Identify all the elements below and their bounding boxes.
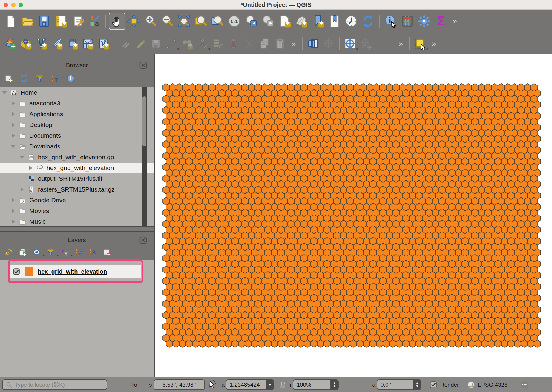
project-save-button[interactable] [36,13,53,30]
new-scratch-layer-button[interactable]: * [49,36,65,52]
chevron-right-icon[interactable] [11,219,16,224]
show-bookmarks-button[interactable] [326,13,343,30]
current-edits-button[interactable] [117,36,133,52]
zoom-to-selection-button[interactable] [192,13,209,30]
new-virtual-layer-button[interactable]: * [80,36,96,52]
layer-panels-button[interactable] [305,36,321,52]
snapping-enabled-button[interactable]: ▾ [342,36,358,52]
zoom-to-layer-button[interactable] [209,13,226,30]
chevron-right-icon[interactable] [11,133,16,138]
project-open-button[interactable] [19,13,36,30]
rotation-spin-buttons[interactable]: ▲▼ [413,380,421,389]
zoom-native-button[interactable]: 1:1 [226,13,243,30]
dropdown-arrow-icon[interactable]: ▾ [57,254,59,258]
panel-splitter[interactable] [0,226,154,232]
new-map-view-button[interactable]: * [276,13,293,30]
chevron-right-icon[interactable] [11,208,16,214]
toolbar-overflow-chevron[interactable]: » [432,40,436,48]
chevron-right-icon[interactable] [11,197,16,203]
refresh-button[interactable] [360,13,376,30]
identify-features-button[interactable]: i [382,13,399,30]
chevron-right-icon[interactable] [28,165,33,171]
tree-item-rasters-srtm15plus-tar-gz[interactable]: rasters_SRTM15Plus.tar.gz [0,184,154,195]
tree-item-google-drive[interactable]: Google Drive [0,195,154,206]
chevron-down-icon[interactable] [20,154,24,160]
new-geopackage-layer-button[interactable]: * [18,36,33,52]
chevron-right-icon[interactable] [11,122,16,128]
locator-search[interactable] [2,379,107,390]
map-canvas[interactable] [155,54,552,377]
scale-dropdown-arrow[interactable]: ▼ [266,380,274,389]
manage-themes-button[interactable]: ▾ [31,247,42,258]
tree-item-hex-grid-with-elevation[interactable]: hex_grid_with_elevation [0,163,154,173]
snapping-disabled-button[interactable] [321,36,336,52]
scrollbar-thumb[interactable] [142,96,146,146]
tree-item-desktop[interactable]: Desktop [0,120,154,130]
layout-manager-button[interactable] [69,13,86,30]
tree-item-applications[interactable]: Applications [0,109,154,120]
collapse-all-button[interactable] [87,247,98,258]
new-3d-map-view-button[interactable]: * [293,13,309,30]
browser-collapse-button[interactable] [50,73,60,84]
new-shapefile-layer-button[interactable]: * [33,36,49,52]
rotation-spinbox[interactable]: 0.0 ° ▲▼ [377,379,421,390]
statistical-summary-button[interactable] [399,13,416,30]
show-statistics-button[interactable]: Σ [433,13,449,30]
browser-scrollbar[interactable] [142,87,147,226]
tree-item-downloads[interactable]: Downloads [0,141,154,152]
tree-item-documents[interactable]: Documents [0,130,154,141]
new-spatialite-layer-button[interactable]: * [96,36,111,52]
coordinate-label[interactable]: To [131,382,137,388]
browser-properties-button[interactable]: i [65,73,76,84]
scale-combobox[interactable]: 1:23485424 ▼ [226,379,274,390]
tree-item-hex-grid-with-elevation-gp[interactable]: hex_grid_with_elevation.gp [0,152,154,163]
pan-to-selection-button[interactable] [125,13,142,30]
expand-all-button[interactable] [73,247,84,258]
tree-item-home[interactable]: Home [0,87,154,98]
dropdown-arrow-icon[interactable]: ▾ [43,254,45,258]
chevron-down-icon[interactable] [11,144,16,149]
chevron-right-icon[interactable] [20,187,24,192]
minimize-window-button[interactable] [11,3,16,7]
zoom-out-button[interactable] [159,13,176,30]
maximize-window-button[interactable] [19,3,23,7]
tree-item-anaconda3[interactable]: anaconda3 [0,98,154,109]
tree-item-music[interactable]: Music [0,216,154,226]
layer-styling-button[interactable] [3,247,14,258]
render-checkbox[interactable] [429,381,437,389]
tracing-button[interactable] [358,36,373,52]
zoom-full-button[interactable] [176,13,192,30]
tree-item-output-srtm15plus-tif[interactable]: output_SRTM15Plus.tif [0,173,154,184]
remove-layer-button[interactable] [101,247,112,258]
coordinate-box[interactable]: 5.53°,-43.98° [154,379,205,390]
browser-refresh-button[interactable] [19,73,29,84]
crs-status[interactable]: EPSG:4326 [477,382,507,388]
select-features-button[interactable]: ▾ [413,36,428,52]
delete-selected-button[interactable] [226,36,241,52]
data-source-manager-button[interactable]: + [2,36,18,52]
new-spatial-bookmark-button[interactable]: * [309,13,326,30]
filter-expression-button[interactable]: ε▾ [59,247,70,258]
modify-attributes-button[interactable] [210,36,226,52]
add-polygon-feature-button[interactable]: * [179,36,195,52]
lock-scale-icon[interactable] [278,380,287,389]
zoom-in-button[interactable] [142,13,159,30]
copy-features-button[interactable] [257,36,272,52]
zoom-next-button[interactable] [259,13,276,30]
chevron-right-icon[interactable] [11,111,16,117]
messages-button[interactable] [519,379,530,390]
magnifier-spinbox[interactable]: 100% ▲▼ [293,379,339,390]
dropdown-arrow-icon[interactable]: ▾ [426,47,428,51]
toolbar-overflow-chevron[interactable]: » [398,40,403,48]
layer-item[interactable]: hex_grid_with_elevation [10,265,141,278]
project-new-button[interactable] [2,13,19,30]
locator-input[interactable] [15,382,98,388]
browser-close-button[interactable] [139,61,147,69]
add-group-button[interactable]: + [17,247,28,258]
cut-features-button[interactable] [241,36,257,52]
chevron-down-icon[interactable] [2,90,7,95]
chevron-right-icon[interactable] [11,101,16,106]
new-print-layout-button[interactable]: * [53,13,69,30]
toolbar-overflow-chevron[interactable]: » [292,40,296,48]
layer-visibility-checkbox[interactable] [13,268,20,275]
